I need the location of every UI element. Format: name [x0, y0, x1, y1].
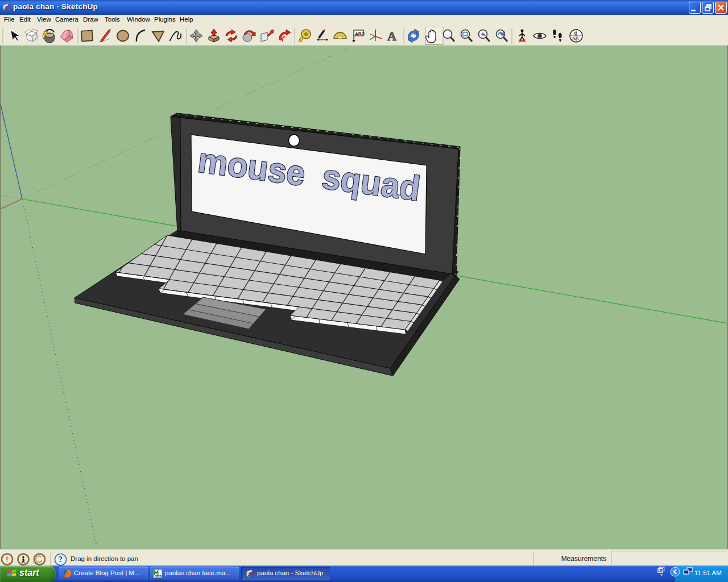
- svg-text:?: ?: [59, 555, 63, 564]
- svg-text:ABC: ABC: [355, 31, 365, 36]
- svg-text:3DS: 3DS: [155, 575, 162, 578]
- svg-text:A: A: [387, 29, 396, 43]
- svg-text:C: C: [574, 31, 577, 35]
- svg-text:R-S: R-S: [573, 37, 580, 41]
